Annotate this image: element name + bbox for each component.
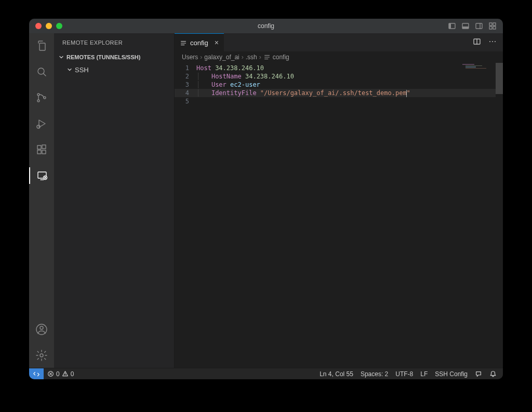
tab-label: config — [190, 39, 208, 47]
svg-point-44 — [65, 375, 65, 376]
line-number: 1 — [175, 64, 196, 72]
svg-rect-7 — [493, 23, 496, 25]
list-icon — [180, 38, 187, 47]
breadcrumb-item[interactable]: galaxy_of_ai — [204, 54, 239, 61]
svg-point-36 — [495, 41, 496, 42]
chevron-right-icon: › — [259, 54, 261, 61]
code-editor[interactable]: 1Host 34.238.246.102│ HostName 34.238.24… — [175, 63, 503, 368]
titlebar-layout-controls — [448, 22, 497, 30]
cursor-position[interactable]: Ln 4, Col 55 — [316, 370, 357, 378]
svg-rect-8 — [489, 26, 492, 29]
toggle-primary-sidebar-icon[interactable] — [448, 22, 456, 30]
accounts-icon[interactable] — [29, 321, 54, 338]
tab-config[interactable]: config × — [175, 33, 224, 51]
svg-line-11 — [44, 74, 46, 76]
breadcrumb-item[interactable]: .ssh — [246, 54, 257, 61]
svg-point-34 — [489, 41, 490, 42]
line-number: 5 — [175, 97, 196, 105]
svg-rect-17 — [37, 145, 41, 149]
remote-indicator[interactable] — [29, 368, 44, 379]
breadcrumbs[interactable]: Users › galaxy_of_ai › .ssh › config — [175, 51, 503, 63]
status-bar: 0 0 Ln 4, Col 55 Spaces: 2 UTF-8 LF SSH … — [29, 368, 503, 379]
settings-gear-icon[interactable] — [29, 347, 54, 364]
warning-count: 0 — [71, 370, 74, 378]
svg-rect-4 — [476, 23, 482, 29]
sidebar-title: REMOTE EXPLORER — [54, 33, 174, 51]
error-count: 0 — [56, 370, 60, 378]
remote-explorer-sidebar: REMOTE EXPLORER REMOTES (TUNNELS/SSH) SS… — [54, 33, 175, 368]
titlebar: config — [29, 19, 503, 33]
source-control-icon[interactable] — [29, 89, 54, 106]
chevron-down-icon — [65, 67, 74, 73]
svg-point-35 — [492, 41, 493, 42]
split-editor-icon[interactable] — [473, 37, 481, 48]
scrollbar-track — [496, 63, 503, 368]
customize-layout-icon[interactable] — [488, 22, 497, 30]
notifications-icon[interactable] — [486, 370, 503, 378]
svg-point-28 — [40, 354, 43, 357]
editor-actions — [473, 33, 503, 51]
svg-rect-6 — [489, 23, 492, 25]
more-actions-icon[interactable] — [488, 37, 497, 48]
tree-item-ssh[interactable]: SSH — [54, 64, 174, 75]
svg-rect-19 — [42, 150, 46, 154]
run-debug-icon[interactable] — [29, 115, 54, 132]
toggle-secondary-sidebar-icon[interactable] — [475, 22, 483, 30]
minimap[interactable] — [454, 63, 496, 368]
close-window-button[interactable] — [35, 23, 42, 29]
line-number: 4 — [175, 89, 196, 97]
line-number: 2 — [175, 72, 196, 81]
activity-bar — [29, 33, 54, 368]
chevron-right-icon: › — [200, 54, 202, 61]
problems-status[interactable]: 0 0 — [44, 370, 77, 378]
editor-tab-bar: config × — [175, 33, 503, 51]
search-icon[interactable] — [29, 63, 54, 80]
encoding-status[interactable]: UTF-8 — [392, 370, 417, 378]
breadcrumb-item[interactable]: Users — [182, 54, 198, 61]
svg-rect-18 — [37, 150, 41, 154]
remotes-section-label: REMOTES (TUNNELS/SSH) — [66, 54, 140, 60]
svg-point-26 — [40, 326, 43, 329]
remote-explorer-icon[interactable] — [29, 167, 54, 184]
close-tab-icon[interactable]: × — [215, 38, 219, 47]
remotes-tree: SSH — [54, 63, 174, 75]
svg-rect-9 — [493, 26, 496, 29]
eol-status[interactable]: LF — [417, 370, 431, 378]
chevron-right-icon: › — [242, 54, 244, 61]
breadcrumb-item[interactable]: config — [273, 54, 289, 61]
tree-item-label: SSH — [75, 66, 89, 74]
svg-rect-20 — [42, 145, 46, 149]
list-icon — [263, 54, 271, 61]
line-number: 3 — [175, 81, 196, 89]
svg-rect-3 — [462, 26, 469, 29]
language-mode[interactable]: SSH Config — [431, 370, 471, 378]
remotes-section-header[interactable]: REMOTES (TUNNELS/SSH) — [54, 51, 174, 63]
svg-rect-1 — [449, 23, 451, 29]
minimize-window-button[interactable] — [46, 23, 52, 29]
feedback-icon[interactable] — [471, 370, 486, 378]
vscode-window: config REMOTE EXPLORER REMOTES (TUNN — [29, 19, 503, 379]
scrollbar-thumb[interactable] — [496, 63, 503, 94]
explorer-icon[interactable] — [29, 37, 54, 54]
zoom-window-button[interactable] — [56, 23, 62, 29]
editor-area: config × Users › galaxy_of_ai › .ssh › c… — [175, 33, 503, 368]
chevron-down-icon — [57, 54, 65, 60]
extensions-icon[interactable] — [29, 141, 54, 158]
toggle-panel-icon[interactable] — [461, 22, 470, 30]
window-title: config — [29, 22, 503, 30]
indentation-status[interactable]: Spaces: 2 — [357, 370, 392, 378]
window-controls — [35, 23, 62, 29]
